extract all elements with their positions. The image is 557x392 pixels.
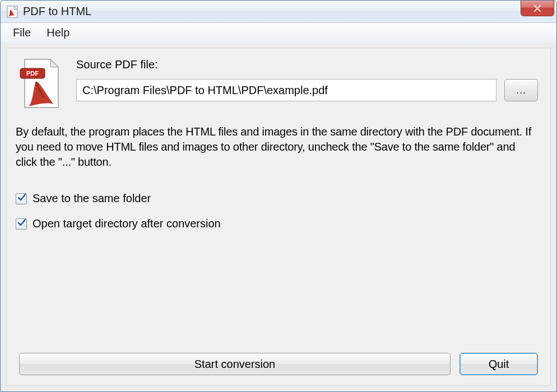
- start-conversion-button[interactable]: Start conversion: [19, 353, 451, 375]
- menubar: File Help: [1, 23, 556, 42]
- menu-file[interactable]: File: [5, 24, 39, 41]
- app-icon: [6, 6, 18, 18]
- checkbox-open-target-label[interactable]: Open target directory after conversion: [33, 217, 221, 230]
- pdf-file-icon: PDF: [19, 58, 63, 110]
- svg-text:PDF: PDF: [26, 70, 39, 77]
- source-file-input[interactable]: [76, 79, 496, 101]
- button-row: Start conversion Quit: [19, 353, 538, 375]
- description-text: By default, the program places the HTML …: [16, 124, 538, 170]
- check-icon: [17, 193, 26, 202]
- menu-help[interactable]: Help: [39, 24, 77, 41]
- titlebar: PDF to HTML: [1, 1, 556, 23]
- checkbox-open-target[interactable]: [16, 218, 27, 230]
- check-icon: [17, 218, 26, 227]
- source-file-label: Source PDF file:: [76, 58, 538, 71]
- close-button[interactable]: [521, 1, 554, 16]
- browse-button[interactable]: ...: [504, 79, 538, 101]
- client-area: PDF Source PDF file: ... By default, the…: [6, 48, 551, 386]
- window-title: PDF to HTML: [23, 5, 91, 18]
- quit-button[interactable]: Quit: [459, 353, 538, 375]
- checkbox-same-folder-row: Save to the same folder: [16, 192, 538, 205]
- checkbox-open-target-row: Open target directory after conversion: [16, 217, 538, 230]
- checkbox-same-folder[interactable]: [16, 193, 27, 204]
- source-row: PDF Source PDF file: ...: [19, 58, 538, 110]
- close-icon: [533, 4, 542, 13]
- checkbox-same-folder-label[interactable]: Save to the same folder: [33, 192, 151, 205]
- app-window: PDF to HTML File Help PDF: [0, 0, 557, 392]
